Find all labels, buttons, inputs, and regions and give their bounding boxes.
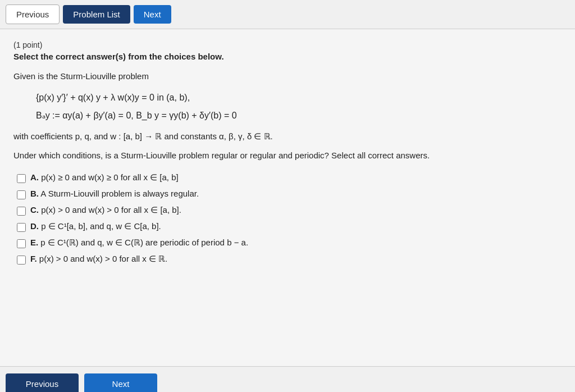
bottom-navigation: Previous Next (0, 366, 575, 392)
choice-checkbox-E[interactable] (17, 239, 26, 248)
problem-intro: Given is the Sturm-Liouville problem (13, 71, 562, 81)
choice-checkbox-B[interactable] (17, 190, 26, 199)
choice-label-A: A. p(x) ≥ 0 and w(x) ≥ 0 for all x ∈ [a,… (30, 172, 179, 183)
point-label: (1 point) (13, 40, 562, 49)
list-item: D. p ∈ C¹[a, b], and q, w ∈ C[a, b]. (17, 221, 562, 232)
choice-label-D: D. p ∈ C¹[a, b], and q, w ∈ C[a, b]. (30, 221, 161, 231)
choices-list: A. p(x) ≥ 0 and w(x) ≥ 0 for all x ∈ [a,… (17, 172, 562, 265)
choice-checkbox-C[interactable] (17, 207, 26, 216)
instruction-text: Select the correct answer(s) from the ch… (13, 52, 562, 61)
problem-list-button[interactable]: Problem List (63, 5, 130, 24)
equation-line2: Bₐy := αy(a) + βy′(a) = 0, B_b y = γy(b)… (36, 107, 562, 125)
content-area: (1 point) Select the correct answer(s) f… (0, 29, 575, 366)
previous-button[interactable]: Previous (6, 4, 60, 24)
list-item: B. A Sturm-Liouvill problem is always re… (17, 189, 562, 199)
choice-label-B: B. A Sturm-Liouvill problem is always re… (30, 189, 199, 198)
question-text: Under which conditions, is a Sturm-Liouv… (13, 151, 562, 160)
list-item: F. p(x) > 0 and w(x) > 0 for all x ∈ ℝ. (17, 254, 562, 265)
list-item: C. p(x) > 0 and w(x) > 0 for all x ∈ [a,… (17, 205, 562, 216)
choice-label-E: E. p ∈ C¹(ℝ) and q, w ∈ C(ℝ) are periodi… (30, 238, 248, 248)
bottom-next-button[interactable]: Next (84, 373, 157, 392)
next-button[interactable]: Next (134, 5, 171, 24)
equation-block: {p(x) y′}′ + q(x) y + λ w(x)y = 0 in (a,… (36, 89, 562, 125)
choice-label-C: C. p(x) > 0 and w(x) > 0 for all x ∈ [a,… (30, 205, 181, 215)
choice-checkbox-F[interactable] (17, 256, 26, 265)
top-navigation: Previous Problem List Next (0, 0, 575, 29)
bottom-previous-button[interactable]: Previous (6, 373, 79, 392)
choice-checkbox-D[interactable] (17, 223, 26, 232)
choice-label-F: F. p(x) > 0 and w(x) > 0 for all x ∈ ℝ. (30, 254, 167, 264)
coefficients-text: with coefficients p, q, and w : [a, b] →… (13, 131, 562, 142)
list-item: A. p(x) ≥ 0 and w(x) ≥ 0 for all x ∈ [a,… (17, 172, 562, 183)
choice-checkbox-A[interactable] (17, 174, 26, 183)
list-item: E. p ∈ C¹(ℝ) and q, w ∈ C(ℝ) are periodi… (17, 238, 562, 248)
equation-line1: {p(x) y′}′ + q(x) y + λ w(x)y = 0 in (a,… (36, 89, 562, 107)
